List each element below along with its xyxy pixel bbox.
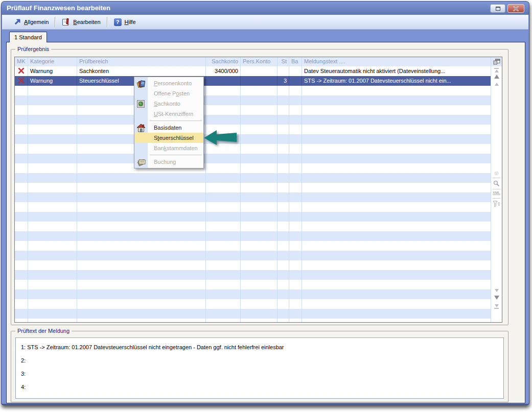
- table-row[interactable]: [15, 212, 502, 222]
- message-line: 3:: [21, 367, 498, 380]
- cell-kategorie: [28, 289, 77, 299]
- column-header-ba[interactable]: Ba: [289, 57, 302, 66]
- table-row[interactable]: [15, 270, 502, 280]
- menu-item-personenkonto: Personenkonto: [134, 78, 203, 88]
- table-row[interactable]: [15, 260, 502, 270]
- group-label: Prüfergebnis: [15, 46, 51, 52]
- cell-meldungstext: [302, 105, 502, 115]
- cell-mk: [15, 222, 28, 231]
- cell-meldungstext: [302, 163, 502, 173]
- menu-item-steuerschluessel[interactable]: Steuerschlüssel: [134, 133, 203, 143]
- side-divider: [493, 178, 500, 178]
- column-header-mk[interactable]: MK: [15, 57, 28, 66]
- table-row[interactable]: [15, 202, 502, 212]
- close-window-button[interactable]: [507, 4, 524, 13]
- cell-ba: [289, 270, 302, 280]
- table-row[interactable]: [15, 134, 502, 144]
- cell-pruefbereich: [77, 289, 206, 299]
- cell-ba: [289, 212, 302, 222]
- cell-ba: [289, 144, 302, 154]
- column-header-sachkonto[interactable]: Sachkonto: [206, 57, 241, 66]
- context-menu: PersonenkontoOffene PostenSachkontoUSt-K…: [134, 77, 204, 168]
- table-row[interactable]: [15, 154, 502, 163]
- cell-kategorie: [28, 299, 77, 309]
- table-row[interactable]: [15, 319, 502, 323]
- cell-perskonto: [241, 125, 277, 134]
- cell-sachkonto: [206, 241, 241, 251]
- table-row[interactable]: WarnungSachkonten3400/000Datev Steueraut…: [15, 66, 502, 76]
- scroll-up-page-icon[interactable]: [491, 83, 502, 86]
- table-row[interactable]: [15, 241, 502, 251]
- table-row[interactable]: [15, 86, 502, 95]
- cell-meldungstext: [302, 299, 502, 309]
- column-header-st[interactable]: St: [277, 57, 289, 66]
- table-row[interactable]: [15, 289, 502, 299]
- table-row[interactable]: [15, 222, 502, 231]
- braces-icon[interactable]: (|): [491, 171, 502, 175]
- toolbar-label: Bearbeiten: [73, 19, 100, 25]
- column-header-meldungstext[interactable]: Meldungstext ....: [302, 57, 502, 66]
- cell-st: [277, 202, 289, 212]
- personenkonto-icon: [136, 79, 146, 88]
- menu-item-buchung: Buchung: [134, 157, 203, 167]
- cell-sachkonto: [206, 202, 241, 212]
- column-header-kategorie[interactable]: Kategorie: [28, 57, 77, 66]
- table-row[interactable]: [15, 105, 502, 115]
- toolbar-label: Hilfe: [125, 19, 136, 25]
- screen: Prüflauf Finanzwesen bearbeiten Allgemei…: [0, 0, 532, 412]
- restore-window-button[interactable]: [490, 4, 505, 13]
- toolbar-button-allgemein[interactable]: Allgemein: [8, 18, 54, 26]
- table-row[interactable]: [15, 192, 502, 202]
- toolbar-button-hilfe[interactable]: ? Hilfe: [109, 18, 141, 26]
- scroll-first-icon[interactable]: [491, 68, 502, 72]
- menu-item-basisdaten[interactable]: Basisdaten: [134, 123, 203, 133]
- toolbar-button-bearbeiten[interactable]: Bearbeiten: [57, 18, 105, 26]
- cell-mk: [15, 309, 28, 319]
- table-row[interactable]: WarnungSteuerschlüssel3STS -> Zeitraum: …: [15, 76, 502, 86]
- cell-mk: [15, 76, 28, 86]
- table-row[interactable]: [15, 280, 502, 289]
- cell-perskonto: [241, 241, 277, 251]
- scroll-down-page-icon[interactable]: [491, 289, 502, 292]
- table-row[interactable]: [15, 173, 502, 183]
- result-grid: MKKategoriePrüfbereichSachkontoPers.Kont…: [14, 57, 502, 323]
- column-header-pruefbereich[interactable]: Prüfbereich: [77, 57, 206, 66]
- table-row[interactable]: [15, 95, 502, 105]
- cell-perskonto: [241, 309, 277, 319]
- cell-kategorie: [28, 154, 77, 163]
- column-chooser-button[interactable]: [491, 57, 502, 66]
- cell-meldungstext: [302, 202, 502, 212]
- message-text-box[interactable]: 1: STS -> Zeitraum: 01.2007 Datevsteuers…: [15, 337, 504, 399]
- filter-icon[interactable]: [491, 201, 502, 207]
- column-header-perskonto[interactable]: Pers.Konto: [241, 57, 277, 66]
- xml-icon[interactable]: XML: [491, 191, 502, 195]
- grid-body: WarnungSachkonten3400/000Datev Steueraut…: [15, 66, 502, 323]
- table-row[interactable]: [15, 251, 502, 260]
- table-row[interactable]: [15, 144, 502, 154]
- titlebar[interactable]: Prüflauf Finanzwesen bearbeiten: [2, 2, 529, 15]
- menu-item-label: Sachkonto: [154, 101, 180, 107]
- scroll-last-icon[interactable]: [491, 304, 502, 309]
- scroll-up-icon[interactable]: [491, 75, 502, 79]
- tab-standard[interactable]: 1 Standard: [9, 32, 47, 42]
- scroll-down-icon[interactable]: [491, 296, 502, 300]
- cell-ba: [289, 251, 302, 260]
- magnifier-icon[interactable]: [491, 180, 502, 187]
- cell-pruefbereich: [77, 231, 206, 241]
- table-row[interactable]: [15, 231, 502, 241]
- cell-mk: [15, 163, 28, 173]
- cell-perskonto: [241, 66, 277, 76]
- cell-kategorie: [28, 212, 77, 222]
- table-row[interactable]: [15, 183, 502, 192]
- close-icon: [513, 6, 519, 11]
- cell-mk: [15, 173, 28, 183]
- side-divider: [493, 198, 500, 199]
- dialog-content: Prüfergebnis MKKategoriePrüfbereichSachk…: [6, 42, 525, 403]
- table-row[interactable]: [15, 115, 502, 125]
- cell-pruefbereich: [77, 270, 206, 280]
- table-row[interactable]: [15, 163, 502, 173]
- cell-kategorie: [28, 309, 77, 319]
- table-row[interactable]: [15, 125, 502, 134]
- table-row[interactable]: [15, 309, 502, 319]
- table-row[interactable]: [15, 299, 502, 309]
